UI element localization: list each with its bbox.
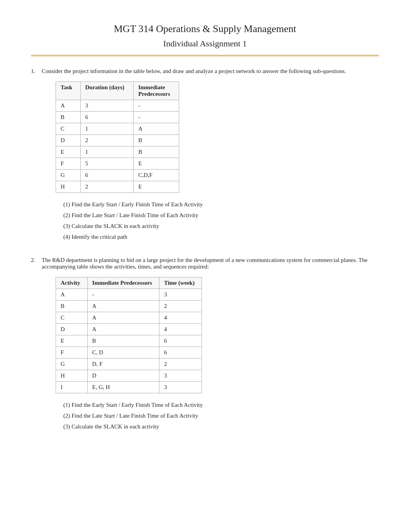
table-1: Task Duration (days) ImmediatePredecesso…: [56, 82, 179, 193]
question-1-body: Consider the project information in the …: [42, 68, 379, 243]
table-cell: E: [134, 181, 179, 193]
table-cell: F: [56, 158, 81, 170]
table-cell: I: [56, 382, 88, 393]
table-row: E1B: [56, 146, 179, 158]
table1-col-task: Task: [56, 82, 81, 100]
question-2-body: The R&D department is planning to bid on…: [42, 257, 379, 433]
question-2-number: 2.: [31, 257, 42, 433]
table-row: EB6: [56, 335, 202, 347]
table-cell: G: [56, 170, 81, 181]
question-2-intro: The R&D department is planning to bid on…: [42, 257, 368, 270]
list-item: (2) Find the Late Start / Late Finish Ti…: [63, 411, 379, 420]
table-cell: 6: [80, 170, 134, 181]
table-cell: B: [134, 146, 179, 158]
table2-col-activity: Activity: [56, 277, 88, 289]
table-row: F5E: [56, 158, 179, 170]
table-row: C1A: [56, 123, 179, 135]
question-2-sub-questions: (1) Find the Early Start / Early Finish …: [63, 400, 379, 431]
table-cell: C, D: [87, 347, 159, 359]
table-cell: B: [87, 335, 159, 347]
question-1-sub-questions: (1) Find the Early Start / Early Finish …: [63, 200, 379, 241]
table-cell: A: [56, 100, 81, 112]
table-row: HD3: [56, 370, 202, 382]
table-cell: 6: [80, 112, 134, 123]
table-row: CA4: [56, 312, 202, 324]
table-row: DA4: [56, 324, 202, 335]
table-cell: 1: [80, 123, 134, 135]
sub-title: Individual Assignment 1: [31, 39, 379, 49]
list-item: (3) Calculate the SLACK in each activity: [63, 422, 379, 431]
table-cell: 2: [159, 301, 202, 312]
list-item: (4) Identify the critical path: [63, 232, 379, 241]
table-cell: C: [56, 312, 88, 324]
table-cell: 3: [159, 289, 202, 301]
header-section: MGT 314 Operations & Supply Management I…: [31, 23, 379, 49]
main-title: MGT 314 Operations & Supply Management: [31, 23, 379, 35]
page: MGT 314 Operations & Supply Management I…: [0, 0, 410, 532]
table-row: A3-: [56, 100, 179, 112]
table-row: A-3: [56, 289, 202, 301]
table-cell: D: [87, 370, 159, 382]
table-cell: D: [56, 324, 88, 335]
table-cell: 1: [80, 146, 134, 158]
table1-col-duration: Duration (days): [80, 82, 134, 100]
table-cell: F: [56, 347, 88, 359]
table-cell: E: [56, 335, 88, 347]
table-cell: -: [134, 100, 179, 112]
question-1-number: 1.: [31, 68, 42, 243]
table-cell: C: [56, 123, 81, 135]
table-cell: E: [56, 146, 81, 158]
table-row: D2B: [56, 135, 179, 146]
table-cell: 4: [159, 312, 202, 324]
question-1-outer: 1. Consider the project information in t…: [31, 68, 379, 243]
table-row: GD, F2: [56, 359, 202, 370]
table-cell: 2: [80, 181, 134, 193]
table-cell: -: [87, 289, 159, 301]
table-cell: 3: [80, 100, 134, 112]
table-cell: B: [56, 112, 81, 123]
table2-col-time: Time (week): [159, 277, 202, 289]
table-cell: A: [87, 301, 159, 312]
question-1-intro: Consider the project information in the …: [42, 68, 346, 74]
table-cell: 4: [159, 324, 202, 335]
table-row: G6C,D,F: [56, 170, 179, 181]
list-item: (3) Calculate the SLACK in each activity: [63, 221, 379, 231]
table-cell: E, G, H: [87, 382, 159, 393]
table-cell: A: [56, 289, 88, 301]
table-cell: 5: [80, 158, 134, 170]
table-cell: G: [56, 359, 88, 370]
question-2-outer: 2. The R&D department is planning to bid…: [31, 257, 379, 433]
table-cell: 6: [159, 347, 202, 359]
list-item: (1) Find the Early Start / Early Finish …: [63, 200, 379, 209]
table-cell: B: [134, 135, 179, 146]
table2-col-predecessors: Immediate Predecessors: [87, 277, 159, 289]
table-cell: A: [87, 324, 159, 335]
list-item: (2) Find the Late Start / Late Finish Ti…: [63, 211, 379, 220]
table-cell: A: [134, 123, 179, 135]
table-cell: 6: [159, 335, 202, 347]
table-cell: D: [56, 135, 81, 146]
table-row: IE, G, H3: [56, 382, 202, 393]
table-cell: 2: [159, 359, 202, 370]
table-cell: E: [134, 158, 179, 170]
table-cell: H: [56, 370, 88, 382]
table-cell: 3: [159, 382, 202, 393]
list-item: (1) Find the Early Start / Early Finish …: [63, 400, 379, 410]
table-cell: H: [56, 181, 81, 193]
table-cell: B: [56, 301, 88, 312]
table-row: FC, D6: [56, 347, 202, 359]
header-divider: [31, 55, 379, 57]
table-2: Activity Immediate Predecessors Time (we…: [56, 277, 202, 393]
table-cell: 3: [159, 370, 202, 382]
table-cell: C,D,F: [134, 170, 179, 181]
question-2-block: 2. The R&D department is planning to bid…: [31, 257, 379, 433]
table-cell: 2: [80, 135, 134, 146]
table-cell: A: [87, 312, 159, 324]
table-cell: -: [134, 112, 179, 123]
table-row: H2E: [56, 181, 179, 193]
table1-col-predecessors: ImmediatePredecessors: [134, 82, 179, 100]
table-cell: D, F: [87, 359, 159, 370]
table-row: B6-: [56, 112, 179, 123]
table-row: BA2: [56, 301, 202, 312]
question-1-block: 1. Consider the project information in t…: [31, 68, 379, 243]
